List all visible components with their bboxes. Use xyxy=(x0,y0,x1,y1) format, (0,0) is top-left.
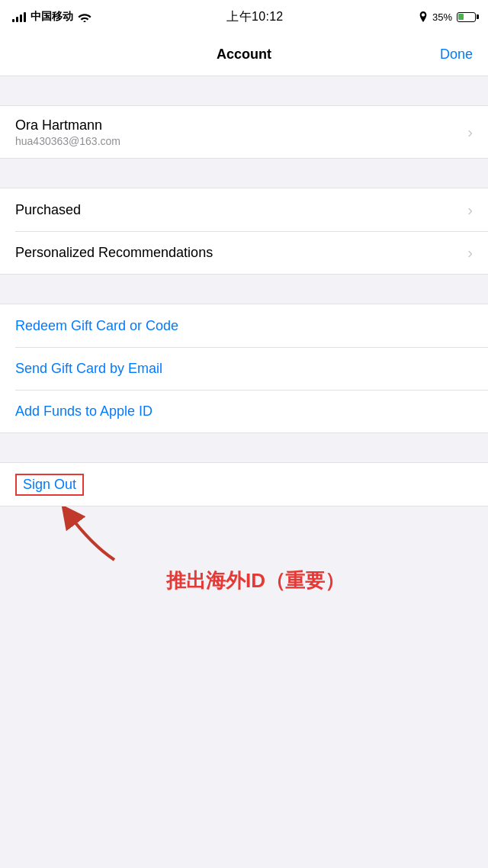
status-time: 上午10:12 xyxy=(226,9,283,25)
purchased-label: Purchased xyxy=(15,202,467,218)
navigation-bar: Account Done xyxy=(0,34,488,76)
user-info: Ora Hartmann hua430363@163.com xyxy=(15,117,467,147)
menu-section: Purchased › Personalized Recommendations… xyxy=(0,188,488,275)
signout-section: Sign Out xyxy=(0,462,488,506)
add-funds-row[interactable]: Add Funds to Apple ID xyxy=(0,390,488,432)
add-funds-label: Add Funds to Apple ID xyxy=(15,403,152,420)
purchased-row[interactable]: Purchased › xyxy=(0,188,488,231)
redeem-row[interactable]: Redeem Gift Card or Code xyxy=(0,304,488,347)
user-email: hua430363@163.com xyxy=(15,135,467,147)
signal-icon xyxy=(12,11,26,22)
chevron-icon: › xyxy=(467,124,473,141)
send-gift-label: Send Gift Card by Email xyxy=(15,361,162,377)
status-right: 35% xyxy=(419,11,476,23)
battery-icon xyxy=(457,12,476,22)
battery-percent: 35% xyxy=(432,11,452,23)
recommendations-row[interactable]: Personalized Recommendations › xyxy=(0,231,488,274)
recommendations-label: Personalized Recommendations xyxy=(15,245,467,261)
user-row[interactable]: Ora Hartmann hua430363@163.com › xyxy=(0,106,488,158)
signout-label: Sign Out xyxy=(23,477,76,492)
signout-highlight-box: Sign Out xyxy=(15,474,84,496)
spacer-top xyxy=(0,76,488,105)
signout-row[interactable]: Sign Out xyxy=(0,463,488,506)
annotation-arrow xyxy=(53,506,145,567)
wifi-icon xyxy=(78,11,92,22)
spacer-mid2 xyxy=(0,275,488,304)
status-bar: 中国移动 上午10:12 35% xyxy=(0,0,488,34)
location-icon xyxy=(419,11,428,22)
user-section: Ora Hartmann hua430363@163.com › xyxy=(0,105,488,159)
link-section: Redeem Gift Card or Code Send Gift Card … xyxy=(0,304,488,433)
page-title: Account xyxy=(217,47,271,63)
user-name: Ora Hartmann xyxy=(15,117,467,133)
annotation-area: 推出海外ID（重要） xyxy=(0,506,488,609)
spacer-mid1 xyxy=(0,159,488,188)
carrier-label: 中国移动 xyxy=(30,10,73,24)
chevron-icon: › xyxy=(467,244,473,262)
chevron-icon: › xyxy=(467,201,473,219)
send-gift-row[interactable]: Send Gift Card by Email xyxy=(0,347,488,390)
redeem-label: Redeem Gift Card or Code xyxy=(15,318,178,334)
status-left: 中国移动 xyxy=(12,10,92,24)
done-button[interactable]: Done xyxy=(440,47,473,63)
annotation-text: 推出海外ID（重要） xyxy=(46,567,465,594)
